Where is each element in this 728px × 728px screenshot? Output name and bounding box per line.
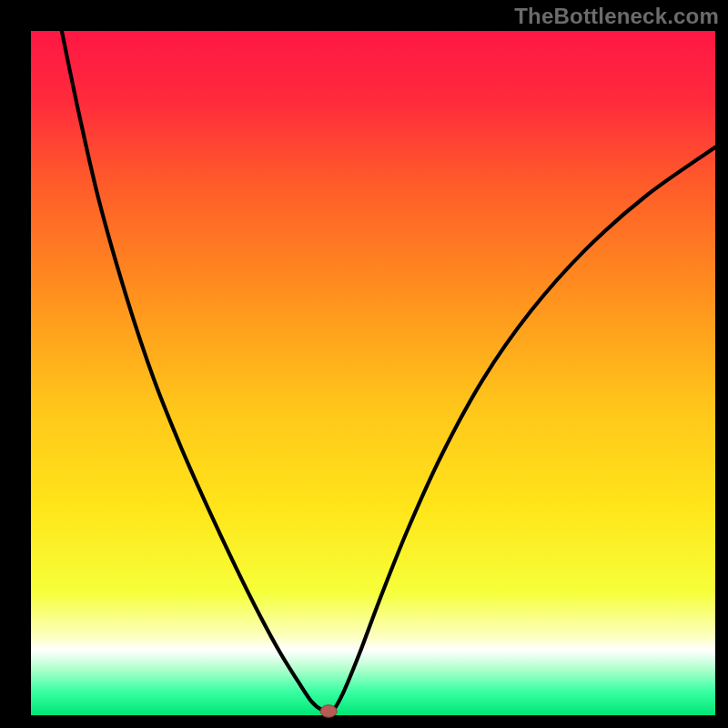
chart-frame: TheBottleneck.com bbox=[0, 0, 728, 728]
optimal-point-marker bbox=[320, 705, 337, 718]
watermark-text: TheBottleneck.com bbox=[514, 4, 719, 29]
bottleneck-chart bbox=[0, 0, 728, 728]
